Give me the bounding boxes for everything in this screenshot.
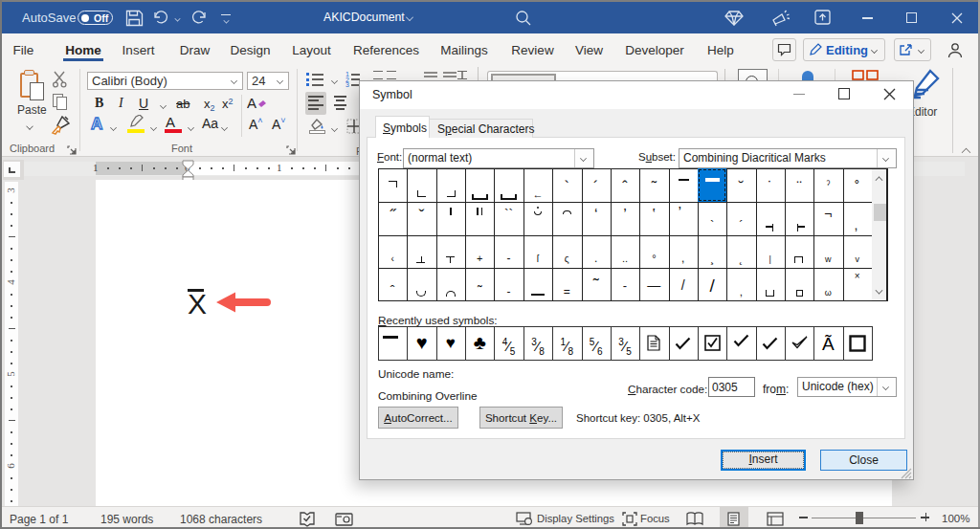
svg-text:A: A <box>247 95 256 111</box>
